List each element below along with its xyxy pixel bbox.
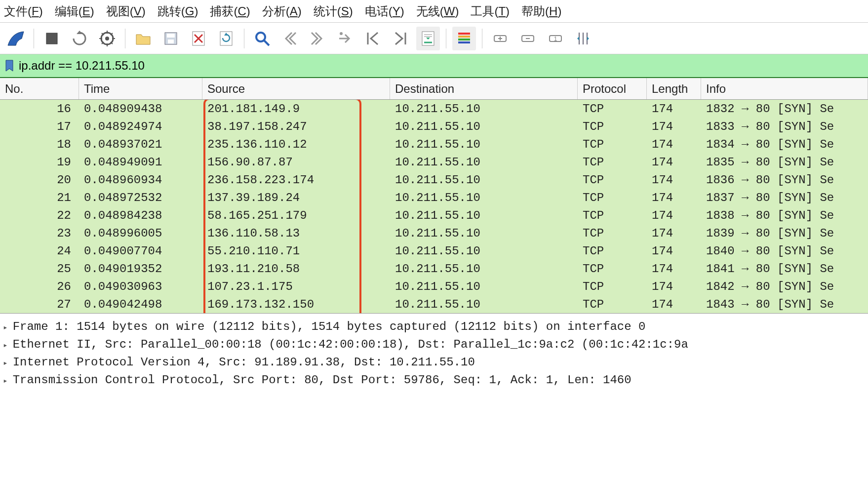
close-file-icon[interactable] [187, 27, 210, 50]
cell-destination: 10.211.55.10 [390, 298, 578, 311]
menu-telephony[interactable]: 电话(Y) [365, 3, 404, 19]
cell-protocol: TCP [578, 173, 647, 187]
save-file-icon[interactable] [159, 27, 183, 50]
packet-row[interactable]: 190.048949091156.90.87.8710.211.55.10TCP… [0, 153, 868, 171]
packet-row[interactable]: 260.049030963107.23.1.17510.211.55.10TCP… [0, 278, 868, 295]
cell-protocol: TCP [578, 156, 647, 169]
cell-source: 136.110.58.13 [202, 227, 390, 240]
packet-row[interactable]: 160.048909438201.181.149.910.211.55.10TC… [0, 100, 868, 118]
open-file-icon[interactable] [131, 27, 155, 50]
packet-details-pane[interactable]: Frame 1: 1514 bytes on wire (12112 bits)… [0, 313, 868, 393]
packet-list-header: No. Time Source Destination Protocol Len… [0, 78, 868, 100]
cell-time: 0.048960934 [79, 173, 202, 187]
cell-time: 0.048924974 [79, 120, 202, 133]
sharkfin-icon[interactable] [4, 27, 28, 50]
cell-info: 1843 → 80 [SYN] Se [701, 298, 868, 311]
menu-capture[interactable]: 捕获(C) [210, 3, 250, 19]
col-header-info[interactable]: Info [701, 78, 868, 99]
packet-row[interactable]: 270.049042498169.173.132.15010.211.55.10… [0, 295, 868, 313]
cell-length: 174 [647, 102, 701, 116]
svg-text:1: 1 [554, 36, 557, 42]
cell-no: 17 [0, 120, 79, 133]
cell-source: 58.165.251.179 [202, 209, 390, 222]
menu-help[interactable]: 帮助(H) [521, 3, 561, 19]
menu-goto[interactable]: 跳转(G) [158, 3, 198, 19]
colorize-icon[interactable] [452, 27, 476, 50]
cell-destination: 10.211.55.10 [390, 191, 578, 204]
col-header-time[interactable]: Time [79, 78, 202, 99]
detail-frame[interactable]: Frame 1: 1514 bytes on wire (12112 bits)… [3, 318, 865, 335]
packet-row[interactable]: 240.04900770455.210.110.7110.211.55.10TC… [0, 242, 868, 260]
cell-destination: 10.211.55.10 [390, 244, 578, 258]
cell-info: 1837 → 80 [SYN] Se [701, 191, 868, 204]
packet-row[interactable]: 210.048972532137.39.189.2410.211.55.10TC… [0, 189, 868, 206]
packet-list[interactable]: 160.048909438201.181.149.910.211.55.10TC… [0, 100, 868, 313]
menu-analyze[interactable]: 分析(A) [262, 3, 302, 19]
col-header-protocol[interactable]: Protocol [578, 78, 647, 99]
cell-info: 1834 → 80 [SYN] Se [701, 138, 868, 151]
go-previous-icon[interactable] [278, 27, 302, 50]
resize-columns-icon[interactable] [571, 27, 595, 50]
svg-rect-22 [458, 39, 470, 40]
menu-wireless[interactable]: 无线(W) [416, 3, 459, 19]
capture-options-icon[interactable] [95, 27, 119, 50]
display-filter-bar [0, 54, 868, 78]
find-packet-icon[interactable] [250, 27, 274, 50]
packet-row[interactable]: 200.048960934236.158.223.17410.211.55.10… [0, 171, 868, 189]
go-to-packet-icon[interactable] [333, 27, 357, 50]
detail-ethernet[interactable]: Ethernet II, Src: Parallel_00:00:18 (00:… [3, 335, 865, 353]
expander-icon[interactable] [3, 356, 10, 369]
cell-protocol: TCP [578, 262, 647, 276]
autoscroll-icon[interactable] [416, 27, 440, 50]
menubar: 文件(F) 编辑(E) 视图(V) 跳转(G) 捕获(C) 分析(A) 统计(S… [0, 0, 868, 23]
go-next-icon[interactable] [306, 27, 329, 50]
expander-icon[interactable] [3, 338, 10, 351]
cell-no: 19 [0, 156, 79, 169]
zoom-reset-icon[interactable]: 1 [544, 27, 567, 50]
cell-time: 0.048996005 [79, 227, 202, 240]
cell-info: 1841 → 80 [SYN] Se [701, 262, 868, 276]
packet-row[interactable]: 250.049019352193.11.210.5810.211.55.10TC… [0, 260, 868, 278]
display-filter-input[interactable] [16, 57, 865, 75]
cell-info: 1840 → 80 [SYN] Se [701, 244, 868, 258]
go-first-icon[interactable] [361, 27, 385, 50]
cell-source: 156.90.87.87 [202, 156, 390, 169]
detail-ip[interactable]: Internet Protocol Version 4, Src: 91.189… [3, 353, 865, 371]
svg-point-10 [256, 33, 265, 41]
svg-rect-5 [167, 34, 175, 38]
bookmark-icon[interactable] [3, 58, 16, 73]
menu-tools[interactable]: 工具(T) [471, 3, 510, 19]
detail-tcp[interactable]: Transmission Control Protocol, Src Port:… [3, 371, 865, 389]
cell-length: 174 [647, 262, 701, 276]
cell-info: 1842 → 80 [SYN] Se [701, 280, 868, 293]
zoom-in-icon[interactable] [488, 27, 512, 50]
col-header-no[interactable]: No. [0, 78, 79, 99]
restart-capture-icon[interactable] [68, 27, 91, 50]
col-header-source[interactable]: Source [202, 78, 390, 99]
cell-no: 26 [0, 280, 79, 293]
cell-time: 0.049019352 [79, 262, 202, 276]
go-last-icon[interactable] [389, 27, 412, 50]
packet-row[interactable]: 180.048937021235.136.110.1210.211.55.10T… [0, 135, 868, 153]
cell-length: 174 [647, 120, 701, 133]
svg-point-12 [340, 32, 343, 35]
packet-row[interactable]: 220.04898423858.165.251.17910.211.55.10T… [0, 206, 868, 224]
cell-time: 0.048909438 [79, 102, 202, 116]
packet-row[interactable]: 170.04892497438.197.158.24710.211.55.10T… [0, 118, 868, 135]
menu-edit[interactable]: 编辑(E) [55, 3, 94, 19]
expander-icon[interactable] [3, 373, 10, 387]
col-header-destination[interactable]: Destination [390, 78, 578, 99]
menu-stats[interactable]: 统计(S) [314, 3, 353, 19]
stop-capture-icon[interactable] [40, 27, 64, 50]
cell-protocol: TCP [578, 209, 647, 222]
reload-file-icon[interactable] [214, 27, 238, 50]
col-header-length[interactable]: Length [647, 78, 701, 99]
cell-no: 22 [0, 209, 79, 222]
menu-file[interactable]: 文件(F) [4, 3, 43, 19]
zoom-out-icon[interactable] [516, 27, 540, 50]
cell-source: 38.197.158.247 [202, 120, 390, 133]
packet-row[interactable]: 230.048996005136.110.58.1310.211.55.10TC… [0, 224, 868, 242]
cell-time: 0.048984238 [79, 209, 202, 222]
menu-view[interactable]: 视图(V) [106, 3, 146, 19]
expander-icon[interactable] [3, 320, 10, 333]
